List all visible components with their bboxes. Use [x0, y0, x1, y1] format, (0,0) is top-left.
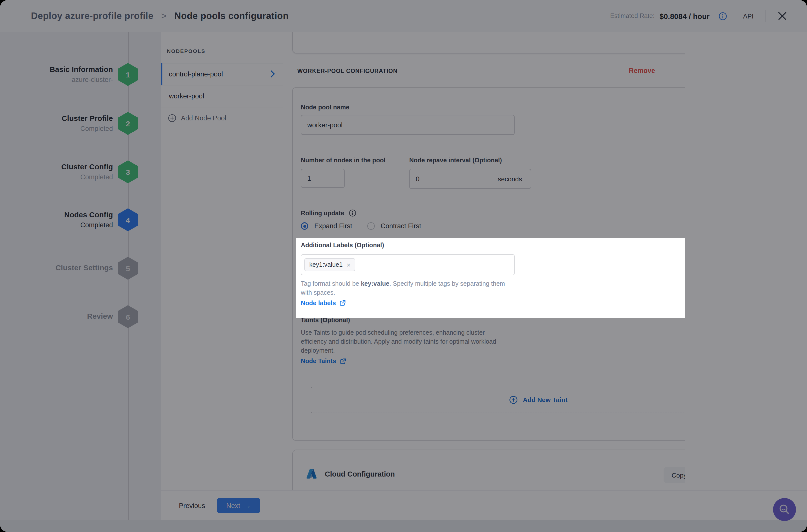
previous-section-card	[292, 32, 685, 54]
plus-circle-icon	[509, 396, 518, 404]
step-title: Cluster Config	[8, 162, 113, 171]
nodepools-section-label: NODEPOOLS	[167, 48, 205, 54]
breadcrumb: Deploy azure-profile profile > Node pool…	[31, 11, 288, 21]
step-3-hexagon[interactable]: 3	[118, 160, 138, 183]
section-title: WORKER-POOL CONFIGURATION	[297, 68, 397, 74]
label-tag-text: key1:value1	[309, 261, 342, 268]
step-cluster-profile[interactable]: Cluster Profile Completed	[8, 114, 113, 132]
wizard-header: Deploy azure-profile profile > Node pool…	[0, 0, 807, 33]
radio-contract-first[interactable]	[367, 222, 375, 230]
step-cluster-config[interactable]: Cluster Config Completed	[8, 162, 113, 181]
step-title: Cluster Profile	[8, 114, 113, 123]
step-nodes-config[interactable]: Nodes Config Completed	[8, 210, 113, 229]
step-5-hexagon[interactable]: 5	[118, 257, 138, 280]
copy-from-control-plane-button[interactable]: Copy from Control Plane Pool	[663, 467, 685, 483]
step-subtitle: Completed	[8, 173, 113, 181]
page-background-strip	[0, 520, 807, 532]
number-of-nodes-label: Number of nodes in the pool	[301, 157, 386, 164]
page-title: Node pools configuration	[174, 11, 289, 21]
step-subtitle: azure-cluster-	[8, 76, 113, 83]
step-subtitle: Completed	[8, 125, 113, 132]
worker-pool-form: WORKER-POOL CONFIGURATION Remove Node po…	[283, 32, 685, 490]
nodepool-item-worker-pool[interactable]: worker-pool	[161, 85, 283, 108]
external-link-icon	[340, 358, 346, 364]
step-title: Basic Information	[8, 65, 113, 74]
next-button[interactable]: Next →	[217, 498, 260, 513]
step-6-hexagon[interactable]: 6	[118, 305, 138, 328]
arrow-right-icon: →	[244, 502, 251, 509]
step-basic-information[interactable]: Basic Information azure-cluster-	[8, 65, 113, 83]
cloud-configuration-title: Cloud Configuration	[325, 470, 395, 478]
rolling-update-row: Rolling update	[301, 209, 356, 217]
magnifier-smile-icon	[778, 503, 791, 516]
additional-labels-input[interactable]: key1:value1 ×	[301, 254, 515, 275]
breadcrumb-separator: >	[161, 11, 167, 21]
step-title: Review	[8, 312, 113, 321]
radio-expand-first[interactable]	[301, 222, 308, 230]
estimated-rate-value: $0.8084 / hour	[660, 12, 710, 20]
add-node-pool-button[interactable]: Add Node Pool	[161, 107, 283, 129]
node-pool-name-label: Node pool name	[301, 104, 349, 111]
step-4-hexagon[interactable]: 4	[118, 208, 138, 231]
close-icon[interactable]	[778, 12, 787, 20]
estimated-rate-label: Estimated Rate:	[610, 13, 655, 19]
nodepool-item-control-plane-pool[interactable]: control-plane-pool	[161, 63, 283, 86]
number-of-nodes-input[interactable]	[301, 169, 345, 188]
rolling-update-label: Rolling update	[301, 210, 344, 216]
remove-tag-icon[interactable]: ×	[346, 262, 350, 268]
breadcrumb-deploy-profile: Deploy azure-profile profile	[31, 11, 153, 21]
radio-expand-first-label: Expand First	[314, 222, 352, 230]
nodepool-label: control-plane-pool	[169, 70, 223, 78]
previous-button[interactable]: Previous	[179, 498, 205, 513]
api-button[interactable]: API	[743, 12, 753, 20]
node-taints-link-text: Node Taints	[301, 358, 336, 365]
node-taints-link[interactable]: Node Taints	[301, 358, 346, 365]
plus-circle-icon	[168, 114, 176, 122]
step-title: Nodes Config	[8, 210, 113, 219]
step-subtitle: Completed	[8, 221, 113, 229]
repave-interval-input[interactable]	[410, 169, 489, 188]
header-divider	[766, 10, 766, 22]
rate-info-icon[interactable]	[718, 12, 727, 20]
content-panel: NODEPOOLS control-plane-pool worker-pool…	[161, 32, 807, 520]
labels-helper-text: Tag format should be key:value. Specify …	[301, 280, 509, 298]
add-new-taint-label: Add New Taint	[523, 396, 568, 404]
repave-interval-group: seconds	[409, 169, 531, 189]
add-new-taint-button[interactable]: Add New Taint	[311, 387, 685, 413]
deploy-wizard-window: Deploy azure-profile profile > Node pool…	[0, 0, 807, 532]
repave-interval-label: Node repave interval (Optional)	[409, 157, 502, 164]
step-1-hexagon[interactable]: 1	[118, 63, 138, 86]
step-cluster-settings[interactable]: Cluster Settings	[8, 263, 113, 272]
steps-sidebar: Basic Information azure-cluster- 1 Clust…	[0, 32, 161, 520]
taints-label: Taints (Optional)	[301, 317, 350, 324]
taints-description: Use Taints to guide pod scheduling prefe…	[301, 329, 503, 356]
nodepool-label: worker-pool	[169, 92, 204, 100]
remove-pool-button[interactable]: Remove	[629, 67, 655, 74]
add-node-pool-label: Add Node Pool	[181, 114, 226, 122]
azure-logo-icon	[306, 468, 317, 479]
cloud-configuration-card: Cloud Configuration Copy from Control Pl…	[292, 450, 685, 490]
rolling-update-options: Expand First Contract First	[301, 222, 430, 230]
step-title: Cluster Settings	[8, 263, 113, 272]
label-tag-chip: key1:value1 ×	[304, 258, 356, 271]
next-button-label: Next	[226, 502, 240, 509]
nodepools-column: NODEPOOLS control-plane-pool worker-pool…	[161, 32, 283, 490]
repave-unit-label: seconds	[489, 169, 531, 188]
search-assistant-button[interactable]	[773, 498, 796, 521]
additional-labels-spotlight: Additional Labels (Optional) key1:value1…	[296, 238, 685, 318]
external-link-icon	[339, 300, 346, 306]
rolling-update-info-icon[interactable]	[349, 209, 356, 217]
node-pool-name-input[interactable]	[301, 115, 515, 135]
chevron-right-icon	[268, 71, 275, 77]
node-labels-link-text: Node labels	[301, 300, 336, 306]
wizard-footer: Previous Next →	[161, 490, 807, 520]
step-2-hexagon[interactable]: 2	[118, 112, 138, 135]
radio-contract-first-label: Contract First	[381, 222, 421, 230]
step-review[interactable]: Review	[8, 312, 113, 321]
node-labels-link[interactable]: Node labels	[301, 300, 685, 306]
additional-labels-label: Additional Labels (Optional)	[301, 242, 685, 249]
